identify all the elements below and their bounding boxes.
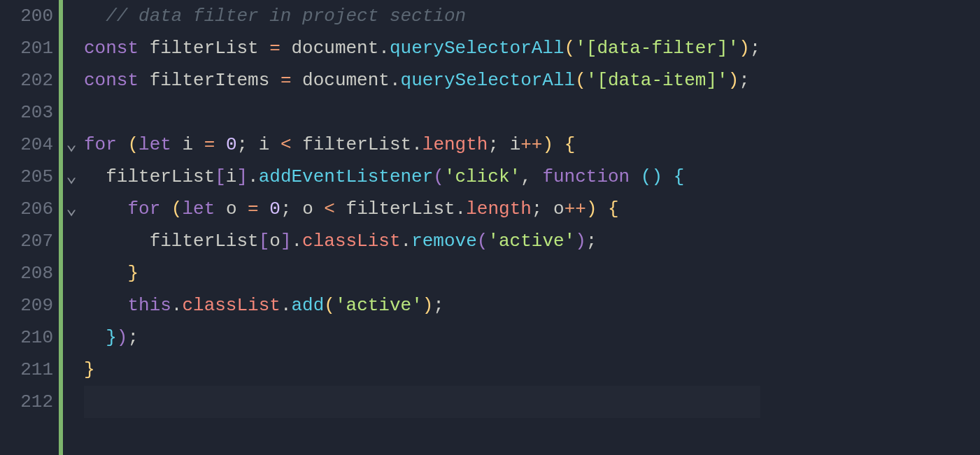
- code-token: [84, 327, 106, 348]
- code-token: ): [739, 38, 750, 59]
- code-token: [313, 198, 325, 219]
- code-token: o: [269, 231, 280, 252]
- code-line[interactable]: filterList[o].classList.remove('active')…: [84, 225, 760, 257]
- code-token: [84, 6, 106, 27]
- code-token: i: [226, 166, 237, 187]
- code-token: <: [324, 198, 335, 219]
- fold-marker: [63, 257, 80, 289]
- code-token: ]: [236, 166, 248, 187]
- code-token: ): [586, 198, 597, 219]
- code-token: this: [127, 295, 171, 316]
- line-number: 211: [13, 354, 53, 386]
- code-token: [553, 134, 564, 155]
- code-token: add: [292, 295, 325, 316]
- fold-marker: [63, 225, 80, 257]
- line-number: 203: [13, 96, 53, 129]
- code-token: }: [106, 327, 117, 348]
- code-line[interactable]: const filterList = document.querySelecto…: [84, 32, 760, 64]
- code-token: {: [564, 134, 576, 155]
- code-token: o: [553, 198, 564, 219]
- code-token: querySelectorAll: [401, 70, 576, 91]
- code-token: =: [248, 198, 259, 219]
- fold-marker: [63, 96, 80, 129]
- code-area[interactable]: // data filter in project sectionconst f…: [80, 0, 760, 455]
- code-editor[interactable]: 200201202203204205206207208209210211212 …: [0, 0, 980, 455]
- line-number: 207: [13, 225, 53, 257]
- code-token: ;: [532, 198, 543, 219]
- code-token: i: [182, 134, 193, 155]
- code-token: addEventListener: [259, 166, 434, 187]
- fold-marker[interactable]: ⌄: [63, 193, 80, 225]
- code-token: 'active': [335, 295, 422, 316]
- code-token: (: [171, 198, 183, 219]
- fold-marker: [63, 64, 80, 96]
- code-token: o: [226, 198, 237, 219]
- code-token: let: [139, 134, 171, 155]
- code-token: ;: [433, 295, 444, 316]
- chevron-down-icon: ⌄: [66, 198, 77, 219]
- code-token: (: [477, 231, 488, 252]
- code-token: [542, 198, 553, 219]
- fold-marker[interactable]: ⌄: [63, 129, 80, 161]
- code-token: [84, 166, 106, 187]
- code-line[interactable]: filterList[i].addEventListener('click', …: [84, 161, 760, 193]
- code-token: [84, 231, 150, 252]
- code-line[interactable]: [84, 386, 760, 418]
- line-number: 209: [13, 289, 53, 322]
- code-token: (: [324, 295, 335, 316]
- code-line[interactable]: for (let i = 0; i < filterList.length; i…: [84, 129, 760, 161]
- line-number: 208: [13, 257, 53, 289]
- code-line[interactable]: const filterItems = document.querySelect…: [84, 64, 760, 96]
- code-token: o: [302, 198, 313, 219]
- code-token: classList: [182, 295, 280, 316]
- fold-marker[interactable]: ⌄: [63, 161, 80, 193]
- fold-gutter[interactable]: ⌄⌄⌄: [63, 0, 80, 455]
- code-line[interactable]: for (let o = 0; o < filterList.length; o…: [84, 193, 760, 225]
- code-token: ;: [237, 134, 248, 155]
- code-token: length: [466, 198, 532, 219]
- code-token: for: [84, 134, 117, 155]
- code-token: [532, 166, 543, 187]
- code-token: const: [84, 70, 139, 91]
- code-line[interactable]: // data filter in project section: [84, 0, 760, 32]
- code-token: .: [280, 295, 292, 316]
- code-token: ++: [520, 134, 542, 155]
- code-token: .: [455, 198, 467, 219]
- code-token: [269, 70, 280, 91]
- code-token: ]: [280, 231, 292, 252]
- code-token: ;: [127, 327, 139, 348]
- code-token: 0: [269, 198, 280, 219]
- code-token: length: [422, 134, 488, 155]
- code-token: let: [182, 198, 215, 219]
- code-token: [171, 134, 183, 155]
- code-token: 0: [226, 134, 237, 155]
- code-token: =: [204, 134, 215, 155]
- code-token: {: [674, 166, 685, 187]
- code-token: .: [248, 166, 259, 187]
- code-token: ): [542, 134, 553, 155]
- code-line[interactable]: });: [84, 322, 760, 354]
- code-token: {: [608, 198, 619, 219]
- code-token: ): [422, 295, 434, 316]
- code-line[interactable]: }: [84, 257, 760, 289]
- code-token: [139, 70, 150, 91]
- fold-marker: [63, 386, 80, 418]
- code-line[interactable]: }: [84, 354, 760, 386]
- code-line[interactable]: this.classList.add('active');: [84, 289, 760, 322]
- line-number: 204: [13, 129, 53, 161]
- code-token: ;: [488, 134, 499, 155]
- code-line[interactable]: [84, 96, 760, 129]
- code-token: =: [269, 38, 280, 59]
- code-token: [236, 198, 248, 219]
- code-token: (: [127, 134, 139, 155]
- code-token: filterList: [106, 166, 215, 187]
- code-token: ): [575, 231, 586, 252]
- code-token: [215, 134, 226, 155]
- line-number: 210: [13, 322, 53, 354]
- code-token: [662, 166, 674, 187]
- code-token: .: [390, 70, 401, 91]
- code-token: [84, 102, 95, 123]
- fold-marker: [63, 322, 80, 354]
- chevron-down-icon: ⌄: [66, 134, 77, 155]
- fold-marker: [63, 32, 80, 64]
